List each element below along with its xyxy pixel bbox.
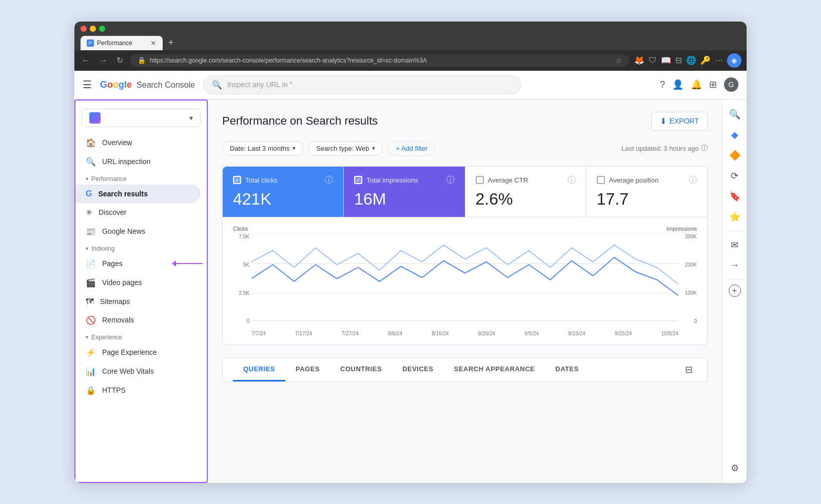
help-icon[interactable]: ? <box>660 79 665 90</box>
experience-section-collapse-icon[interactable]: ▾ <box>86 334 88 340</box>
browser-profile-icon[interactable]: ◈ <box>727 53 741 68</box>
new-tab-button[interactable]: + <box>164 36 178 50</box>
traffic-light-red[interactable] <box>81 26 87 32</box>
export-label: EXPORT <box>670 117 699 125</box>
sidebar-item-pages[interactable]: 📄 Pages <box>75 254 201 273</box>
table-filter-icon[interactable]: ⊟ <box>685 364 693 375</box>
page-experience-icon: ⚡ <box>86 348 96 357</box>
arrow-head-icon <box>172 260 176 267</box>
more-icon[interactable]: ⋯ <box>715 55 723 65</box>
sidebar-section-indexing: ▾ Indexing <box>75 241 207 254</box>
bell-icon[interactable]: 🔔 <box>691 79 702 90</box>
url-inspection-search[interactable]: 🔍 Inspect any URL in " <box>203 75 521 94</box>
rp-search-icon[interactable]: 🔍 <box>726 106 744 123</box>
extensions-icon[interactable]: 🦊 <box>634 55 644 65</box>
rp-add-button[interactable]: + <box>729 285 741 297</box>
rp-arrow-icon[interactable]: → <box>727 257 742 274</box>
x-label-8: 9/15/24 <box>568 331 585 336</box>
stat-card-total-impressions[interactable]: ✓ Total impressions ⓘ 16M <box>344 167 465 217</box>
rp-star-icon[interactable]: ⭐ <box>726 208 744 226</box>
filter-icon-area[interactable]: ⊟ <box>681 358 697 381</box>
shield-icon[interactable]: 🛡 <box>649 56 657 65</box>
x-label-5: 8/16/24 <box>432 331 448 336</box>
sidebar-section-performance: ▾ Performance <box>75 171 207 185</box>
avg-position-checkbox[interactable] <box>597 176 605 184</box>
core-web-vitals-icon: 📊 <box>86 367 96 376</box>
x-label-6: 8/26/24 <box>478 331 495 336</box>
total-clicks-checkbox[interactable]: ✓ <box>233 176 241 184</box>
sidebar-item-core-web-vitals[interactable]: 📊 Core Web Vitals <box>75 362 201 381</box>
tab-queries[interactable]: QUERIES <box>233 358 285 381</box>
tab-search-appearance[interactable]: SEARCH APPEARANCE <box>444 358 545 381</box>
password-icon[interactable]: 🔑 <box>700 55 711 65</box>
traffic-light-green[interactable] <box>99 26 105 32</box>
sidebar-item-discover[interactable]: ✳ Discover <box>75 203 201 222</box>
avg-ctr-label: Average CTR <box>488 176 529 184</box>
apps-icon[interactable]: ⊞ <box>709 79 717 90</box>
hamburger-menu-icon[interactable]: ☰ <box>83 78 92 91</box>
home-icon: 🏠 <box>86 138 96 148</box>
sidebar-item-overview[interactable]: 🏠 Overview <box>75 133 201 152</box>
chart-y-left-axis: 7.5K 5K 2.5K 0 <box>233 234 249 324</box>
traffic-light-yellow[interactable] <box>90 26 96 32</box>
date-filter-chip[interactable]: Date: Last 3 months ▾ <box>222 141 303 156</box>
sidebar-item-google-news[interactable]: 📰 Google News <box>75 222 201 241</box>
rp-settings-icon[interactable]: ⚙ <box>728 459 742 477</box>
stat-card-avg-position[interactable]: Average position ⓘ 17.7 <box>587 167 707 217</box>
property-selector[interactable]: ▾ <box>82 109 201 127</box>
forward-button[interactable]: → <box>97 55 109 66</box>
tab-devices[interactable]: DEVICES <box>392 358 444 381</box>
stat-card-total-clicks[interactable]: ✓ Total clicks ⓘ 421K <box>223 167 344 217</box>
sidebar-item-search-results[interactable]: G Search results <box>75 185 201 203</box>
browser-tab[interactable]: P Performance ✕ <box>81 36 163 50</box>
refresh-button[interactable]: ↻ <box>114 54 125 66</box>
bookmark-star-icon[interactable]: ☆ <box>615 56 622 65</box>
avg-position-help-icon[interactable]: ⓘ <box>689 175 697 186</box>
tab-favicon: P <box>87 39 94 47</box>
search-type-filter-chip[interactable]: Search type: Web ▾ <box>308 141 383 156</box>
total-impressions-help-icon[interactable]: ⓘ <box>446 175 455 186</box>
tab-close-button[interactable]: ✕ <box>150 39 157 47</box>
rp-refresh-icon[interactable]: ⟳ <box>728 167 741 185</box>
stat-card-avg-ctr[interactable]: Average CTR ⓘ 2.6% <box>465 167 587 217</box>
rp-divider <box>727 231 742 231</box>
property-icon <box>89 112 101 124</box>
add-filter-button[interactable]: + Add filter <box>388 141 435 156</box>
sidebar-item-url-inspection[interactable]: 🔍 URL inspection <box>75 152 201 171</box>
discover-icon: ✳ <box>86 208 92 217</box>
date-filter-label: Date: Last 3 months <box>230 145 289 152</box>
avg-ctr-checkbox[interactable] <box>476 176 484 184</box>
avatar[interactable]: G <box>724 77 738 92</box>
address-bar-row: ← → ↻ 🔒 https://search.google.com/search… <box>74 50 747 71</box>
chart-y-right-axis: 300K 200K 100K 0 <box>678 234 697 324</box>
rp-orange-icon[interactable]: 🔶 <box>726 147 744 164</box>
reader-icon[interactable]: 📖 <box>661 55 671 65</box>
back-button[interactable]: ← <box>80 55 92 66</box>
total-impressions-checkbox[interactable]: ✓ <box>354 176 362 184</box>
last-updated-help-icon[interactable]: ⓘ <box>701 144 708 153</box>
sidebar-item-sitemaps[interactable]: 🗺 Sitemaps <box>75 292 201 311</box>
tab-dates[interactable]: DATES <box>545 358 589 381</box>
x-label-4: 8/6/24 <box>388 331 402 336</box>
y-left-2.5k: 2.5K <box>233 290 249 296</box>
rp-mail-icon[interactable]: ✉ <box>728 236 741 254</box>
sidebar-icon[interactable]: ⊟ <box>675 55 682 65</box>
address-bar[interactable]: 🔒 https://search.google.com/search-conso… <box>130 54 629 67</box>
property-dropdown-icon: ▾ <box>189 114 193 122</box>
export-button[interactable]: ⬇ EXPORT <box>651 112 708 131</box>
section-collapse-icon[interactable]: ▾ <box>86 176 88 182</box>
rp-bookmark-icon[interactable]: 🔖 <box>726 188 744 205</box>
total-clicks-help-icon[interactable]: ⓘ <box>325 175 333 186</box>
users-icon[interactable]: 👤 <box>672 79 683 90</box>
rp-blue-icon[interactable]: ◆ <box>728 126 741 144</box>
avg-ctr-help-icon[interactable]: ⓘ <box>568 175 576 186</box>
header-right: ? 👤 🔔 ⊞ G <box>660 77 738 92</box>
sidebar-item-video-pages[interactable]: 🎬 Video pages <box>75 273 201 292</box>
sidebar-item-page-experience[interactable]: ⚡ Page Experience <box>75 343 201 362</box>
sidebar-item-https[interactable]: 🔒 HTTPS <box>75 381 201 400</box>
translate-icon[interactable]: 🌐 <box>686 55 696 65</box>
tab-countries[interactable]: COUNTRIES <box>330 358 392 381</box>
indexing-section-collapse-icon[interactable]: ▾ <box>86 246 88 251</box>
sidebar-item-removals[interactable]: 🚫 Removals <box>75 311 201 330</box>
tab-pages[interactable]: PAGES <box>285 358 330 381</box>
